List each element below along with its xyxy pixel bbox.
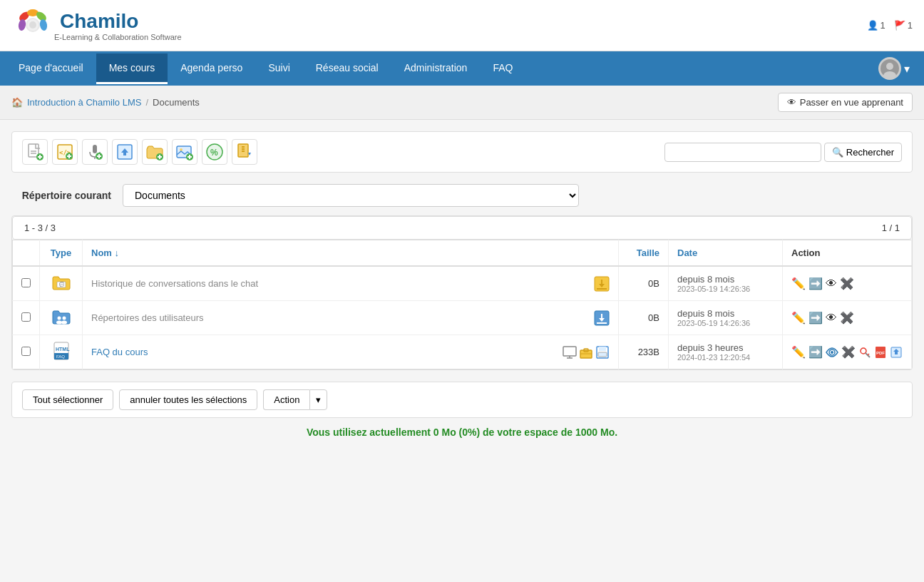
column-date[interactable]: Date — [669, 240, 783, 267]
new-file-button[interactable] — [22, 139, 48, 165]
avatar-icon — [880, 58, 900, 78]
column-check — [13, 240, 40, 267]
select-all-button[interactable]: Tout sélectionner — [22, 389, 113, 410]
download-zip-button[interactable] — [232, 139, 257, 165]
row-name-text-2: Répertoires des utilisateurs — [91, 312, 204, 323]
main-navbar: Page d'accueil Mes cours Agenda perso Su… — [0, 51, 924, 86]
checkbox-3[interactable] — [21, 347, 31, 356]
row-size-2: 0B — [619, 301, 669, 335]
edit-icon-1[interactable]: ✏️ — [791, 277, 806, 290]
action-button[interactable]: Action — [263, 389, 309, 410]
nav-agenda[interactable]: Agenda perso — [168, 53, 255, 84]
action-icons-3: ✏️ ➡️ ✖️ — [791, 345, 903, 359]
row-actions-2: ✏️ ➡️ 👁 ✖️ — [783, 301, 912, 335]
download-zip-icon — [235, 143, 254, 161]
column-type[interactable]: Type — [40, 240, 83, 267]
new-folder-icon — [145, 143, 164, 161]
user-avatar — [878, 57, 901, 80]
search-input[interactable] — [664, 143, 821, 162]
edit-icon-2[interactable]: ✏️ — [791, 311, 806, 325]
table-row: 💬 Historique de conversations dans le ch… — [13, 266, 912, 301]
directory-select[interactable]: Documents — [123, 184, 579, 207]
nav-home[interactable]: Page d'accueil — [6, 53, 96, 84]
search-button[interactable]: 🔍 Rechercher — [824, 143, 902, 162]
screen-icon-3[interactable] — [563, 345, 577, 359]
delete-icon-3[interactable]: ✖️ — [841, 345, 856, 359]
row-name-1: Historique de conversations dans le chat — [83, 266, 619, 301]
search-icon-3[interactable] — [858, 346, 871, 359]
documents-table: Type Nom ↓ Taille Date Action 💬 — [12, 240, 912, 369]
flag-notification[interactable]: 🚩 1 — [894, 20, 913, 31]
add-image-button[interactable] — [172, 139, 197, 165]
move-icon-1[interactable]: ➡️ — [808, 277, 823, 290]
checkbox-2[interactable] — [21, 312, 31, 322]
nav-admin[interactable]: Administration — [391, 53, 481, 84]
record-audio-button[interactable] — [82, 139, 108, 165]
nav-social[interactable]: Réseau social — [303, 53, 391, 84]
visibility-icon-2[interactable]: 👁 — [826, 312, 837, 325]
nav-faq[interactable]: FAQ — [480, 53, 525, 84]
row-type-3: HTML FAQ — [40, 335, 83, 369]
svg-point-53 — [62, 317, 66, 320]
delete-icon-2[interactable]: ✖️ — [840, 311, 854, 325]
user-notification[interactable]: 👤 1 — [867, 20, 885, 31]
svg-text:FAQ: FAQ — [56, 354, 65, 359]
eye-icon: 👁 — [787, 97, 796, 108]
directory-bar: Répertoire courant Documents — [11, 184, 913, 207]
document-toolbar: </> — [11, 131, 913, 173]
nav-suivi[interactable]: Suivi — [255, 53, 302, 84]
new-folder-button[interactable] — [142, 139, 168, 165]
view-icon-3[interactable] — [826, 346, 838, 359]
row-date-sub-1: 2023-05-19 14:26:36 — [677, 285, 774, 293]
flag-icon: 🚩 — [894, 20, 905, 31]
html-editor-button[interactable]: </> — [52, 139, 78, 165]
column-size[interactable]: Taille — [619, 240, 669, 267]
row-checkbox-1[interactable] — [13, 266, 40, 301]
row-name-text-1: Historique de conversations dans le chat — [91, 278, 258, 289]
visibility-icon-1[interactable]: 👁 — [826, 277, 837, 290]
column-action: Action — [783, 240, 912, 267]
user-menu[interactable]: ▾ — [870, 51, 918, 86]
breadcrumb-course-link[interactable]: Introduction à Chamilo LMS — [27, 97, 141, 108]
row-download-icon-2[interactable] — [594, 310, 610, 326]
main-content: </> — [0, 120, 924, 458]
action-icons-2: ✏️ ➡️ 👁 ✖️ — [791, 311, 903, 325]
checkbox-1[interactable] — [21, 278, 31, 287]
upload-button[interactable] — [112, 139, 138, 165]
percent-button[interactable]: % — [202, 139, 227, 165]
row-date-main-3: depuis 3 heures — [677, 342, 774, 353]
nav-courses[interactable]: Mes cours — [96, 53, 168, 84]
action-dropdown-button[interactable]: ▾ — [309, 389, 327, 410]
svg-point-7 — [29, 21, 36, 29]
nav-items: Page d'accueil Mes cours Agenda perso Su… — [6, 53, 525, 84]
cancel-selection-button[interactable]: annuler toutes les sélections — [119, 389, 257, 410]
move-icon-3[interactable]: ➡️ — [808, 345, 823, 359]
move-icon-2[interactable]: ➡️ — [808, 311, 823, 325]
svg-point-4 — [39, 19, 48, 31]
save-icon-3[interactable] — [595, 345, 610, 359]
learner-view-label: Passer en vue apprenant — [800, 97, 903, 108]
logo-tagline: E-Learning & Collaboration Software — [54, 33, 182, 41]
svg-rect-70 — [599, 347, 606, 351]
bottom-toolbar: Tout sélectionner annuler toutes les sél… — [11, 382, 913, 418]
row-actions-3: ✏️ ➡️ ✖️ — [783, 335, 912, 369]
pdf-icon-3[interactable]: PDF — [874, 346, 887, 359]
learner-view-button[interactable]: 👁 Passer en vue apprenant — [778, 93, 913, 112]
row-date-sub-3: 2024-01-23 12:20:54 — [677, 353, 774, 362]
user-icon: 👤 — [867, 20, 878, 31]
pagination-top: 1 - 3 / 3 1 / 1 — [12, 216, 912, 240]
directory-label: Répertoire courant — [11, 190, 111, 201]
row-name-link-3[interactable]: FAQ du cours — [91, 347, 148, 357]
action-button-group: Action ▾ — [263, 389, 327, 410]
briefcase-icon-3[interactable] — [579, 345, 593, 359]
upload-icon-3[interactable] — [890, 346, 903, 359]
logo[interactable]: Chamilo E-Learning & Collaboration Softw… — [11, 6, 182, 45]
row-checkbox-3[interactable] — [13, 335, 40, 369]
svg-point-51 — [57, 317, 61, 320]
column-name[interactable]: Nom ↓ — [83, 240, 619, 267]
delete-icon-1[interactable]: ✖️ — [840, 277, 854, 290]
edit-icon-3[interactable]: ✏️ — [791, 345, 806, 359]
row-download-icon-1[interactable] — [594, 276, 610, 292]
top-notifications: 👤 1 🚩 1 — [867, 20, 913, 31]
row-checkbox-2[interactable] — [13, 301, 40, 335]
